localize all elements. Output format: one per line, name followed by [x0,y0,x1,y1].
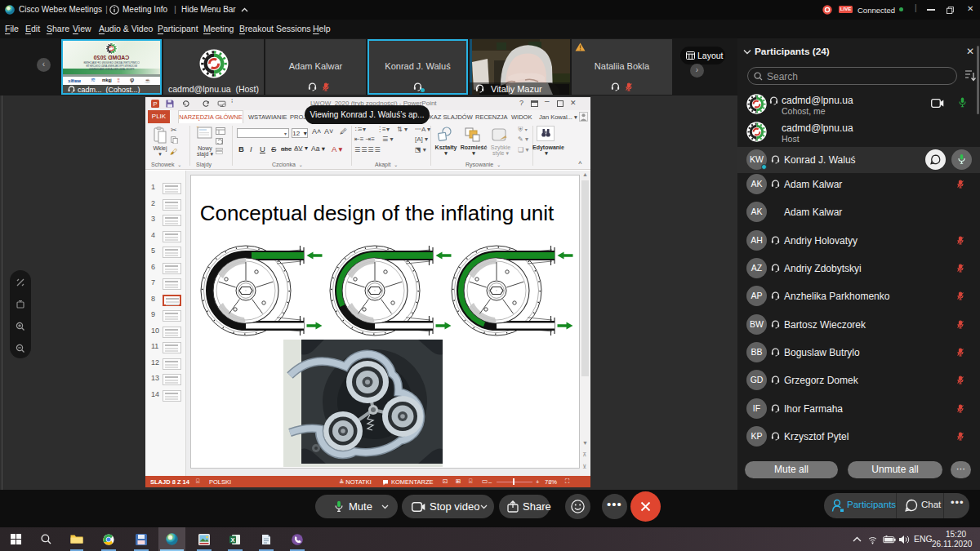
svg-text:X: X [230,536,234,544]
svg-text:P: P [153,100,157,108]
